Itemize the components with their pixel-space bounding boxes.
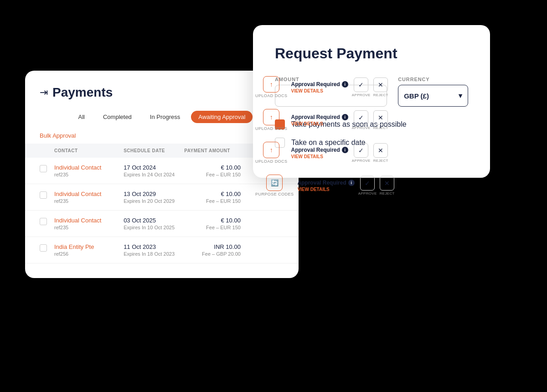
approve-icon-3: ✓ <box>354 143 368 158</box>
tab-completed[interactable]: Completed <box>96 111 139 123</box>
actions-overlay: ↑ UPLOAD DOCS Approval Required i VIEW D… <box>255 71 395 202</box>
expires-3: Expires In 10 Oct 2025 <box>124 225 184 230</box>
reject-btn-1[interactable]: ✕ REJECT <box>373 77 388 97</box>
approval-info-4: Approval Required i VIEW DETAILS <box>297 180 354 192</box>
approve-reject-3: ✓ APPROVE ✕ REJECT <box>352 143 388 163</box>
contact-cell-1: Individual Contact ref235 <box>54 164 124 177</box>
expires-2: Expires In 20 Oct 2029 <box>124 198 184 204</box>
fee-4: Fee – GBP 20.00 <box>184 251 241 257</box>
reject-label-1: REJECT <box>373 93 388 97</box>
reject-btn-4[interactable]: ✕ REJECT <box>380 176 395 196</box>
reject-label-4: REJECT <box>380 191 395 196</box>
schedule-date-4: 11 Oct 2023 <box>124 243 184 250</box>
row-checkbox-1[interactable] <box>40 165 47 172</box>
row-checkbox-2[interactable] <box>40 191 47 199</box>
approval-required-2: Approval Required i <box>291 114 348 120</box>
upload-icon-2: ↑ <box>263 109 279 125</box>
fee-2: Fee – EUR 150 <box>184 198 241 204</box>
approval-required-4: Approval Required i <box>297 180 354 186</box>
view-details-1[interactable]: VIEW DETAILS <box>291 88 323 93</box>
reject-icon-3: ✕ <box>373 143 388 158</box>
request-payment-title: Request Payment <box>275 45 468 62</box>
expires-4: Expires In 18 Oct 2023 <box>124 251 184 257</box>
amount-cell-1: € 10.00 Fee – EUR 150 <box>184 164 241 177</box>
info-icon-1: i <box>342 81 348 88</box>
action-row-1: ↑ UPLOAD DOCS Approval Required i VIEW D… <box>255 71 395 103</box>
tab-in-progress[interactable]: In Progress <box>143 111 187 123</box>
tab-awaiting-approval[interactable]: Awaiting Approval <box>191 111 253 123</box>
reject-btn-2[interactable]: ✕ REJECT <box>373 110 388 130</box>
currency-select[interactable]: GBP (£) ▾ <box>398 85 468 107</box>
reject-icon-1: ✕ <box>373 77 388 92</box>
payments-title: Payments <box>52 85 113 100</box>
currency-group: CURRENCY GBP (£) ▾ <box>398 77 468 107</box>
col-checkbox-header <box>40 148 54 153</box>
table-row: Individual Contact ref235 03 Oct 2025 Ex… <box>25 211 299 237</box>
row-checkbox-4[interactable] <box>40 244 47 252</box>
reject-label-3: REJECT <box>373 159 388 163</box>
info-icon-4: i <box>348 180 355 186</box>
reject-btn-3[interactable]: ✕ REJECT <box>373 143 388 163</box>
action-row-2: ↑ UPLOAD DOCS Approval Required i VIEW D… <box>255 103 395 136</box>
view-details-3[interactable]: VIEW DETAILS <box>291 154 323 159</box>
action-row-4: 🔄 PURPOSE CODES Approval Required i VIEW… <box>255 169 395 202</box>
upload-docs-btn-2[interactable]: ↑ UPLOAD DOCS <box>255 109 287 131</box>
payments-icon: ⇥ <box>40 87 48 98</box>
row-checkbox-3[interactable] <box>40 218 47 225</box>
approval-required-3: Approval Required i <box>291 147 348 153</box>
contact-name-4[interactable]: India Entity Pte <box>54 243 124 250</box>
change-icon-4: 🔄 <box>266 175 283 191</box>
view-details-4[interactable]: VIEW DETAILS <box>297 187 329 192</box>
approve-btn-3[interactable]: ✓ APPROVE <box>352 143 371 163</box>
approval-info-3: Approval Required i VIEW DETAILS <box>291 147 348 159</box>
reject-icon-2: ✕ <box>373 110 388 125</box>
upload-icon-3: ↑ <box>263 142 279 158</box>
contact-name-3[interactable]: Individual Contact <box>54 217 124 224</box>
fee-1: Fee – EUR 150 <box>184 172 241 177</box>
approve-label-3: APPROVE <box>352 159 371 163</box>
contact-name-1[interactable]: Individual Contact <box>54 164 124 171</box>
amount-2: € 10.00 <box>184 191 241 197</box>
currency-label: CURRENCY <box>398 77 468 82</box>
approve-label-2: APPROVE <box>352 126 371 130</box>
amount-1: € 10.00 <box>184 164 241 171</box>
amount-cell-2: € 10.00 Fee – EUR 150 <box>184 191 241 204</box>
change-btn-4[interactable]: 🔄 PURPOSE CODES <box>255 175 294 196</box>
amount-3: € 10.00 <box>184 217 241 224</box>
contact-name-2[interactable]: Individual Contact <box>54 191 124 197</box>
upload-docs-btn-3[interactable]: ↑ UPLOAD DOCS <box>255 142 287 164</box>
approve-reject-2: ✓ APPROVE ✕ REJECT <box>352 110 388 130</box>
contact-ref-4: ref256 <box>54 251 124 257</box>
contact-ref-2: ref235 <box>54 198 124 204</box>
view-details-2[interactable]: VIEW DETAILS <box>291 121 323 126</box>
approval-info-1: Approval Required i VIEW DETAILS <box>291 81 348 93</box>
approval-info-2: Approval Required i VIEW DETAILS <box>291 114 348 126</box>
approve-reject-1: ✓ APPROVE ✕ REJECT <box>352 77 388 97</box>
amount-cell-4: INR 10.00 Fee – GBP 20.00 <box>184 243 241 257</box>
schedule-date-1: 17 Oct 2024 <box>124 164 184 171</box>
upload-label-2: UPLOAD DOCS <box>255 126 287 131</box>
schedule-cell-1: 17 Oct 2024 Expires In 24 Oct 2024 <box>124 164 184 177</box>
approve-btn-1[interactable]: ✓ APPROVE <box>352 77 371 97</box>
approve-reject-4: ✓ APPROVE ✕ REJECT <box>358 176 395 196</box>
change-label-4: PURPOSE CODES <box>255 192 294 196</box>
schedule-cell-4: 11 Oct 2023 Expires In 18 Oct 2023 <box>124 243 184 257</box>
amount-4: INR 10.00 <box>184 243 241 250</box>
upload-docs-btn-1[interactable]: ↑ UPLOAD DOCS <box>255 76 287 98</box>
upload-label-3: UPLOAD DOCS <box>255 159 287 164</box>
tab-all[interactable]: All <box>71 111 92 123</box>
info-icon-3: i <box>342 147 348 153</box>
chevron-down-icon: ▾ <box>459 92 462 100</box>
schedule-date-2: 13 Oct 2029 <box>124 191 184 197</box>
contact-ref-1: ref235 <box>54 172 124 177</box>
approve-icon-2: ✓ <box>354 110 368 125</box>
fee-3: Fee – EUR 150 <box>184 225 241 230</box>
expires-1: Expires In 24 Oct 2024 <box>124 172 184 177</box>
col-contact-header: CONTACT <box>54 148 124 153</box>
approve-icon-4: ✓ <box>360 176 375 191</box>
col-amount-header: PAYMENT AMOUNT <box>184 148 241 153</box>
approve-btn-2[interactable]: ✓ APPROVE <box>352 110 371 130</box>
contact-cell-4: India Entity Pte ref256 <box>54 243 124 257</box>
contact-ref-3: ref235 <box>54 225 124 230</box>
approve-btn-4[interactable]: ✓ APPROVE <box>358 176 377 196</box>
